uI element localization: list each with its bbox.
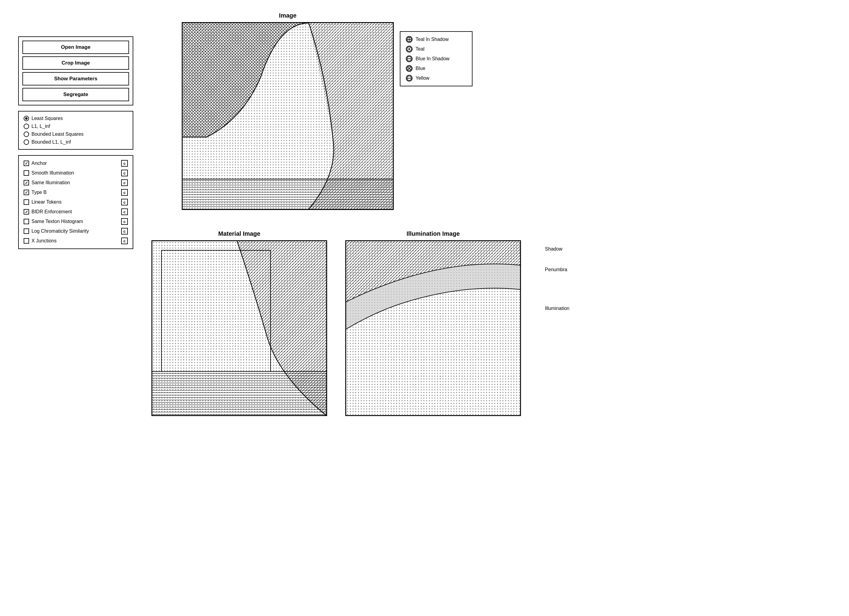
checkbox-label-x-junctions: X Junctions <box>31 238 57 244</box>
button-group: Open Image Crop Image Show Parameters Se… <box>18 36 133 106</box>
radio-group: Least Squares L1, L_inf Bounded Least Sq… <box>18 111 133 150</box>
c-badge-x-junctions[interactable]: c <box>121 237 128 244</box>
checkbox-smooth-illumination[interactable]: Smooth Illumination c <box>24 170 128 176</box>
crop-image-button[interactable]: Crop Image <box>22 57 129 70</box>
material-image-title: Material Image <box>152 230 327 237</box>
legend-label-teal-shadow: Teal In Shadow <box>416 37 448 42</box>
illumination-labels: Shadow Penumbra Illumination <box>545 246 569 311</box>
c-badge-same-texton[interactable]: c <box>121 218 128 225</box>
checkbox-label-bidr: BIDR Enforcement <box>31 209 72 215</box>
c-badge-anchor[interactable]: c <box>121 160 128 167</box>
checkbox-label-anchor: Anchor <box>31 161 47 166</box>
shadow-label: Shadow <box>545 246 569 252</box>
segregate-button[interactable]: Segregate <box>22 88 129 101</box>
checkbox-type-b[interactable]: Type B c <box>24 189 128 196</box>
c-badge-smooth-illumination[interactable]: c <box>121 170 128 176</box>
checkbox-box-x-junctions <box>24 238 29 244</box>
checkbox-box-bidr <box>24 209 29 215</box>
main-image-section: Image <box>182 12 394 211</box>
checkbox-box-log-chroma <box>24 228 29 234</box>
material-image-svg <box>152 241 327 416</box>
radio-bounded-l1[interactable]: Bounded L1, L_inf <box>24 139 128 145</box>
checkbox-linear-tokens[interactable]: Linear Tokens c <box>24 199 128 206</box>
checkbox-box-same-illumination <box>24 180 29 185</box>
radio-circle-l1 <box>24 124 29 129</box>
checkbox-group: Anchor c Smooth Illumination c Same Illu… <box>18 155 133 249</box>
checkbox-x-junctions[interactable]: X Junctions c <box>24 237 128 244</box>
legend-item-blue-shadow: Blue In Shadow <box>406 55 466 62</box>
legend-icon-teal-shadow <box>406 36 413 43</box>
checkbox-label-same-texton: Same Texton Histogram <box>31 219 83 224</box>
main-image-svg <box>183 23 393 209</box>
illumination-image-svg <box>346 241 521 416</box>
checkbox-bidr[interactable]: BIDR Enforcement c <box>24 209 128 215</box>
checkbox-log-chroma[interactable]: Log Chromaticity Similarity c <box>24 228 128 234</box>
bottom-section: Material Image <box>152 230 521 416</box>
checkbox-box-linear-tokens <box>24 199 29 205</box>
c-badge-same-illumination[interactable]: c <box>121 179 128 186</box>
c-badge-type-b[interactable]: c <box>121 189 128 196</box>
image-title: Image <box>182 12 394 19</box>
legend-icon-blue-shadow <box>406 55 413 62</box>
main-image <box>182 22 394 210</box>
material-image-panel: Material Image <box>152 230 327 416</box>
main-image-wrapper: Teal In Shadow Teal Blue In Shadow Blue <box>182 22 394 210</box>
checkbox-label-type-b: Type B <box>31 190 47 195</box>
checkbox-label-linear-tokens: Linear Tokens <box>31 199 61 205</box>
legend-label-yellow: Yellow <box>416 75 429 81</box>
radio-circle-bounded-l1 <box>24 139 29 145</box>
radio-label-least-squares: Least Squares <box>31 116 63 121</box>
checkbox-label-smooth-illumination: Smooth Illumination <box>31 170 74 176</box>
radio-bounded-ls[interactable]: Bounded Least Squares <box>24 131 128 137</box>
illumination-label: Illumination <box>545 306 569 311</box>
illumination-image-title: Illumination Image <box>345 230 521 237</box>
radio-label-bounded-l1: Bounded L1, L_inf <box>31 139 71 145</box>
c-badge-log-chroma[interactable]: c <box>121 228 128 234</box>
show-parameters-button[interactable]: Show Parameters <box>22 72 129 85</box>
checkbox-label-log-chroma: Log Chromaticity Similarity <box>31 228 89 234</box>
legend-label-blue: Blue <box>416 66 425 71</box>
illumination-image <box>345 240 521 416</box>
legend-box: Teal In Shadow Teal Blue In Shadow Blue <box>400 31 472 87</box>
c-badge-bidr[interactable]: c <box>121 209 128 215</box>
checkbox-box-same-texton <box>24 219 29 224</box>
radio-circle-bounded-ls <box>24 131 29 137</box>
svg-point-12 <box>408 48 410 50</box>
checkbox-anchor[interactable]: Anchor c <box>24 160 128 167</box>
checkbox-box-smooth-illumination <box>24 170 29 176</box>
svg-rect-6 <box>183 179 393 209</box>
illumination-image-panel: Illumination Image <box>345 230 521 416</box>
open-image-button[interactable]: Open Image <box>22 40 129 54</box>
radio-l1[interactable]: L1, L_inf <box>24 124 128 129</box>
legend-label-teal: Teal <box>416 46 424 52</box>
checkbox-label-same-illumination: Same Illumination <box>31 180 70 185</box>
radio-label-bounded-ls: Bounded Least Squares <box>31 131 83 137</box>
left-panel: Open Image Crop Image Show Parameters Se… <box>18 36 133 255</box>
radio-circle-least-squares <box>24 116 29 121</box>
checkbox-same-illumination[interactable]: Same Illumination c <box>24 179 128 186</box>
legend-item-teal-shadow: Teal In Shadow <box>406 36 466 43</box>
radio-least-squares[interactable]: Least Squares <box>24 116 128 121</box>
legend-icon-yellow <box>406 75 413 82</box>
legend-icon-blue <box>406 65 413 72</box>
c-badge-linear-tokens[interactable]: c <box>121 199 128 206</box>
checkbox-box-type-b <box>24 190 29 195</box>
legend-item-teal: Teal <box>406 46 466 52</box>
penumbra-label: Penumbra <box>545 267 569 272</box>
legend-item-yellow: Yellow <box>406 75 466 82</box>
legend-item-blue: Blue <box>406 65 466 72</box>
legend-label-blue-shadow: Blue In Shadow <box>416 56 450 61</box>
checkbox-box-anchor <box>24 161 29 166</box>
legend-icon-teal <box>406 46 413 52</box>
checkbox-same-texton[interactable]: Same Texton Histogram c <box>24 218 128 225</box>
svg-rect-24 <box>152 371 327 416</box>
radio-label-l1: L1, L_inf <box>31 124 50 129</box>
material-image <box>152 240 327 416</box>
